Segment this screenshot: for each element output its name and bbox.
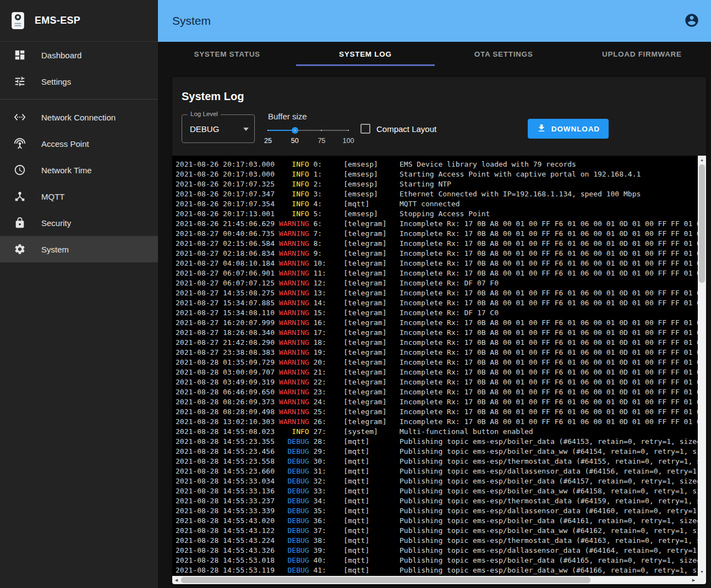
sidebar-item-settings[interactable]: Settings — [0, 68, 158, 95]
slider-mark-label: 25 — [264, 137, 272, 145]
log-line: 2021-08-27 06:07:06.901 WARNING 11: [tel… — [176, 268, 698, 278]
buffer-slider-marks: 255075100 — [268, 137, 348, 146]
log-line: 2021-08-27 23:38:08.383 WARNING 19: [tel… — [176, 348, 698, 358]
log-line: 2021-08-28 14:55:23.456 DEBUG 29: [mqtt]… — [176, 447, 698, 457]
scrollbar-corner — [698, 576, 706, 584]
tab-system-status[interactable]: SYSTEM STATUS — [158, 42, 296, 66]
buffer-size-label: Buffer size — [268, 112, 348, 121]
sidebar-item-mqtt[interactable]: MQTT — [0, 183, 158, 210]
log-lines[interactable]: 2021-08-26 20:17:03.000 INFO 0: [emsesp]… — [172, 156, 698, 576]
log-line: 2021-08-27 14:35:08.275 WARNING 13: [tel… — [176, 288, 698, 298]
lock-icon — [14, 217, 26, 229]
log-level-select[interactable]: Log Level DEBUG — [182, 114, 255, 143]
log-line: 2021-08-28 08:28:09.498 WARNING 25: [tel… — [176, 407, 698, 417]
log-line: 2021-08-28 13:02:10.303 WARNING 26: [tel… — [176, 417, 698, 427]
log-line: 2021-08-28 14:55:33.237 DEBUG 34: [mqtt]… — [176, 496, 698, 506]
log-line: 2021-08-26 20:17:07.325 INFO 2: [emsesp]… — [176, 179, 698, 189]
vertical-scrollbar[interactable]: ▲ ▼ — [698, 156, 706, 576]
log-line: 2021-08-27 21:42:08.290 WARNING 18: [tel… — [176, 338, 698, 348]
log-line: 2021-08-26 21:45:06.629 WARNING 6: [tele… — [176, 219, 698, 229]
slider-mark-label: 100 — [343, 137, 354, 145]
sidebar-item-label: Network Time — [41, 166, 92, 175]
compact-layout-checkbox[interactable]: Compact Layout — [360, 124, 436, 134]
sidebar-item-access-point[interactable]: Access Point — [0, 130, 158, 157]
log-line: 2021-08-27 15:34:08.110 WARNING 15: [tel… — [176, 308, 698, 318]
log-line: 2021-08-28 06:46:09.650 WARNING 23: [tel… — [176, 387, 698, 397]
compact-layout-label: Compact Layout — [376, 124, 436, 134]
sidebar-item-label: Access Point — [41, 139, 89, 149]
sidebar-item-dashboard[interactable]: Dashboard — [0, 42, 158, 68]
log-level-value: DEBUG — [190, 124, 219, 134]
log-line: 2021-08-28 14:55:33.136 DEBUG 33: [mqtt]… — [176, 486, 698, 496]
sidebar-item-security[interactable]: Security — [0, 210, 158, 236]
checkbox-box[interactable] — [360, 124, 370, 134]
download-button-label: DOWNLOAD — [551, 125, 600, 133]
log-line: 2021-08-28 03:00:09.707 WARNING 21: [tel… — [176, 367, 698, 377]
log-line: 2021-08-26 20:17:07.354 INFO 4: [mqtt] M… — [176, 199, 698, 209]
log-line: 2021-08-28 14:55:08.023 INFO 27: [system… — [176, 427, 698, 437]
log-line: 2021-08-28 14:55:23.355 DEBUG 28: [mqtt]… — [176, 437, 698, 447]
sidebar-item-network-connection[interactable]: Network Connection — [0, 104, 158, 130]
dashboard-icon — [14, 49, 26, 61]
horizontal-scrollbar[interactable]: ◀ ▶ — [172, 576, 698, 584]
scroll-right-arrow-icon[interactable]: ▶ — [690, 576, 698, 584]
sidebar-header: EMS-ESP — [0, 0, 158, 42]
sidebar-item-system[interactable]: System — [0, 236, 158, 262]
app-title: EMS-ESP — [35, 15, 80, 26]
log-line: 2021-08-28 14:55:53.018 DEBUG 40: [mqtt]… — [176, 556, 698, 565]
panel-title: System Log — [182, 90, 706, 103]
sidebar-nav: DashboardSettingsNetwork ConnectionAcces… — [0, 42, 158, 262]
horizontal-scrollbar-thumb[interactable] — [181, 577, 590, 583]
device-hub-icon — [14, 190, 26, 202]
tab-ota-settings[interactable]: OTA SETTINGS — [435, 42, 573, 66]
log-line: 2021-08-27 16:20:07.999 WARNING 16: [tel… — [176, 318, 698, 328]
system-log-panel: System Log Log Level DEBUG Buffer size 2… — [172, 77, 706, 584]
slider-mark-dot — [294, 130, 296, 131]
log-line: 2021-08-27 04:08:10.184 WARNING 10: [tel… — [176, 259, 698, 268]
download-icon — [537, 123, 546, 135]
tab-system-log[interactable]: SYSTEM LOG — [296, 42, 434, 66]
log-controls: Log Level DEBUG Buffer size 255075100 C — [172, 111, 706, 147]
log-line: 2021-08-27 02:18:06.834 WARNING 9: [tele… — [176, 249, 698, 259]
slider-fill — [268, 130, 295, 131]
log-line: 2021-08-26 20:17:03.000 INFO 1: [emsesp]… — [176, 169, 698, 179]
tab-bar: SYSTEM STATUSSYSTEM LOGOTA SETTINGSUPLOA… — [158, 42, 711, 66]
main-area: System SYSTEM STATUSSYSTEM LOGOTA SETTIN… — [158, 0, 711, 588]
download-icon — [537, 123, 546, 133]
tab-label: UPLOAD FIRMWARE — [602, 50, 682, 58]
sidebar-item-network-time[interactable]: Network Time — [0, 157, 158, 183]
sidebar-item-label: Network Connection — [41, 113, 116, 122]
sidebar-item-label: Security — [41, 218, 71, 228]
app-root: EMS-ESP DashboardSettingsNetwork Connect… — [0, 0, 711, 588]
vertical-scrollbar-thumb[interactable] — [699, 164, 705, 283]
slider-mark-dot — [348, 130, 349, 131]
scroll-down-arrow-icon[interactable]: ▼ — [698, 568, 706, 576]
log-line: 2021-08-27 18:26:08.340 WARNING 17: [tel… — [176, 328, 698, 338]
scroll-up-arrow-icon[interactable]: ▲ — [698, 156, 706, 164]
clock-icon — [14, 164, 26, 176]
ethernet-icon — [14, 111, 26, 123]
slider-mark-label: 75 — [318, 137, 325, 145]
log-line: 2021-08-28 14:55:43.020 DEBUG 36: [mqtt]… — [176, 516, 698, 526]
log-line: 2021-08-28 14:55:43.224 DEBUG 38: [mqtt]… — [176, 536, 698, 546]
download-button[interactable]: DOWNLOAD — [528, 119, 609, 139]
ems-esp-logo — [11, 12, 25, 30]
tab-label: SYSTEM STATUS — [194, 50, 260, 58]
sidebar-divider — [0, 99, 158, 100]
appbar: System — [158, 0, 711, 42]
chevron-down-icon — [243, 128, 249, 131]
log-line: 2021-08-28 14:55:53.119 DEBUG 41: [mqtt]… — [176, 565, 698, 575]
sidebar-item-label: Dashboard — [41, 51, 81, 60]
log-line: 2021-08-28 08:26:09.373 WARNING 24: [tel… — [176, 397, 698, 407]
log-line: 2021-08-28 14:55:43.122 DEBUG 37: [mqtt]… — [176, 526, 698, 536]
log-line: 2021-08-28 14:55:33.034 DEBUG 32: [mqtt]… — [176, 476, 698, 486]
log-line: 2021-08-26 20:17:03.000 INFO 0: [emsesp]… — [176, 160, 698, 169]
buffer-size-slider[interactable] — [268, 127, 348, 134]
sidebar: EMS-ESP DashboardSettingsNetwork Connect… — [0, 0, 158, 588]
tab-label: SYSTEM LOG — [339, 50, 392, 58]
tab-upload-firmware[interactable]: UPLOAD FIRMWARE — [573, 42, 711, 66]
account-button[interactable] — [683, 13, 700, 29]
scroll-left-arrow-icon[interactable]: ◀ — [172, 576, 181, 584]
log-line: 2021-08-26 20:17:07.347 INFO 3: [emsesp]… — [176, 189, 698, 199]
log-line: 2021-08-28 01:35:09.729 WARNING 20: [tel… — [176, 358, 698, 367]
